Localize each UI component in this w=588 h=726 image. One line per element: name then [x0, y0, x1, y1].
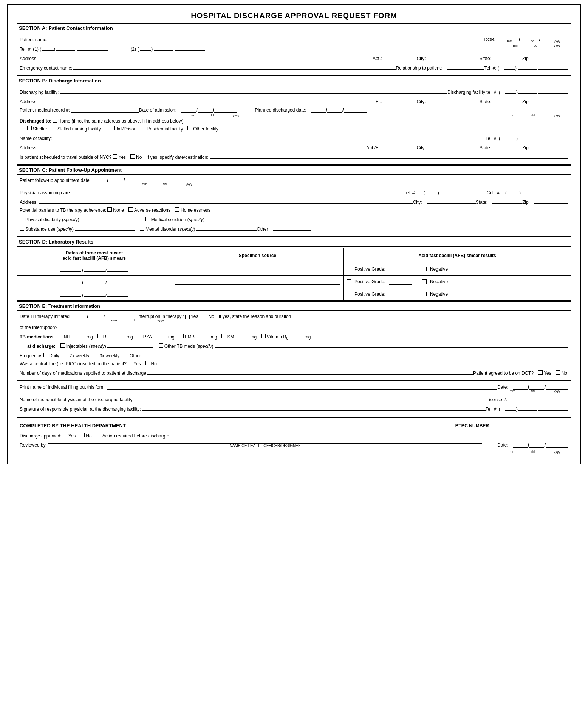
none-checkbox[interactable] [107, 207, 112, 212]
afb-date2-dd[interactable] [84, 278, 105, 284]
signature-field[interactable] [142, 405, 486, 411]
zip-field-c[interactable] [534, 198, 568, 204]
specimen2-field[interactable] [175, 279, 340, 285]
state-field-c[interactable] [492, 198, 522, 204]
vitb6-mg-field[interactable] [289, 332, 305, 338]
negative1-checkbox[interactable] [422, 267, 427, 271]
emergency-name-field[interactable] [73, 64, 396, 70]
sig-tel-area[interactable] [505, 405, 516, 411]
other-tb-field[interactable] [215, 342, 568, 348]
medical-checkbox[interactable] [145, 217, 150, 221]
emb-mg-field[interactable] [196, 332, 211, 338]
vitb6-checkbox[interactable] [261, 334, 266, 338]
patient-name-field[interactable] [49, 35, 484, 41]
address-field-b[interactable] [39, 97, 376, 103]
tel2-number-field[interactable] [175, 45, 205, 51]
tel-facility-number[interactable] [538, 134, 568, 140]
therapy-dd-field[interactable] [88, 313, 104, 319]
other-c-field[interactable] [273, 225, 311, 231]
picc-yes-checkbox[interactable] [128, 361, 132, 365]
grade1-field[interactable] [389, 266, 412, 272]
other-freq-field[interactable] [142, 351, 210, 357]
other-facility-checkbox[interactable] [187, 126, 192, 130]
admission-yyyy-field[interactable] [214, 107, 237, 113]
physician-cell-prefix[interactable] [521, 188, 540, 194]
medical-field[interactable] [206, 215, 568, 221]
discharging-tel-area[interactable] [505, 88, 516, 94]
negative2-checkbox[interactable] [422, 279, 427, 284]
picc-no-checkbox[interactable] [145, 361, 150, 365]
apt-fl-field[interactable] [387, 143, 417, 149]
physical-field[interactable] [80, 215, 141, 221]
tel2-prefix-field[interactable] [154, 45, 173, 51]
afb-date1-mm[interactable] [60, 266, 81, 272]
jail-checkbox[interactable] [110, 126, 115, 130]
appt-dd-field[interactable] [108, 177, 124, 183]
planned-dd-field[interactable] [327, 107, 342, 113]
hd-date-mm-field[interactable] [513, 442, 528, 448]
physical-checkbox[interactable] [20, 217, 24, 221]
travel-no-checkbox[interactable] [130, 154, 135, 159]
medical-record-field[interactable] [71, 107, 139, 113]
planned-mm-field[interactable] [311, 107, 326, 113]
interruption-yes-checkbox[interactable] [185, 315, 190, 319]
apt-field-a[interactable] [387, 54, 417, 60]
physician-tel-prefix[interactable] [439, 188, 458, 194]
homelessness-checkbox[interactable] [175, 207, 179, 212]
admission-dd-field[interactable] [198, 107, 213, 113]
therapy-mm-field[interactable] [72, 313, 87, 319]
approved-no-checkbox[interactable] [80, 433, 85, 437]
adverse-checkbox[interactable] [128, 207, 133, 212]
skilled-checkbox[interactable] [52, 126, 56, 130]
action-field[interactable] [170, 431, 568, 437]
other-tb-checkbox[interactable] [159, 343, 163, 348]
specimen3-field[interactable] [175, 291, 340, 297]
physician-field[interactable] [72, 188, 404, 194]
positive1-checkbox[interactable] [347, 267, 351, 271]
afb-date3-dd[interactable] [84, 291, 105, 297]
zip2-field[interactable] [534, 143, 568, 149]
afb-date3-mm[interactable] [60, 291, 81, 297]
inh-checkbox[interactable] [57, 334, 61, 338]
address2-field[interactable] [39, 143, 366, 149]
interruption-no-checkbox[interactable] [203, 315, 207, 319]
emergency-tel-prefix[interactable] [518, 64, 537, 70]
tel1-number-field[interactable] [77, 45, 108, 51]
injectables-checkbox[interactable] [60, 343, 65, 348]
license-field[interactable] [512, 395, 568, 401]
rif-checkbox[interactable] [97, 334, 102, 338]
positive2-checkbox[interactable] [347, 279, 351, 284]
other-freq-checkbox[interactable] [124, 353, 128, 357]
physician-tel-area[interactable] [426, 188, 438, 194]
dot-yes-checkbox[interactable] [538, 370, 543, 375]
state-field-b[interactable] [496, 97, 522, 103]
physician-tel-number[interactable] [460, 188, 487, 194]
city-field-c[interactable] [427, 198, 476, 204]
state-field-a[interactable] [496, 54, 522, 60]
name-facility-field[interactable] [53, 134, 485, 140]
relationship-field[interactable] [447, 64, 484, 70]
planned-yyyy-field[interactable] [344, 107, 367, 113]
afb-date2-mm[interactable] [60, 278, 81, 284]
city-field-a[interactable] [430, 54, 480, 60]
discharging-tel-prefix[interactable] [518, 88, 537, 94]
substance-checkbox[interactable] [20, 226, 24, 231]
hd-date-yyyy-field[interactable] [546, 442, 568, 448]
city2-field[interactable] [430, 143, 480, 149]
pza-mg-field[interactable] [153, 332, 168, 338]
emergency-tel-area[interactable] [504, 64, 515, 70]
tel-facility-prefix[interactable] [518, 134, 537, 140]
print-name-field[interactable] [107, 384, 497, 390]
sm-mg-field[interactable] [235, 332, 250, 338]
tel2-area-field[interactable] [140, 45, 151, 51]
appt-mm-field[interactable] [92, 177, 107, 183]
state2-field[interactable] [496, 143, 522, 149]
afb-date1-yyyy[interactable] [107, 266, 128, 272]
discharging-tel-number[interactable] [538, 88, 568, 94]
travel-yes-checkbox[interactable] [113, 154, 117, 159]
afb-date2-yyyy[interactable] [107, 278, 128, 284]
afb-date1-dd[interactable] [84, 266, 105, 272]
address-field-c[interactable] [39, 198, 413, 204]
interruption-reason-field[interactable] [59, 323, 568, 329]
threex-checkbox[interactable] [94, 353, 98, 357]
